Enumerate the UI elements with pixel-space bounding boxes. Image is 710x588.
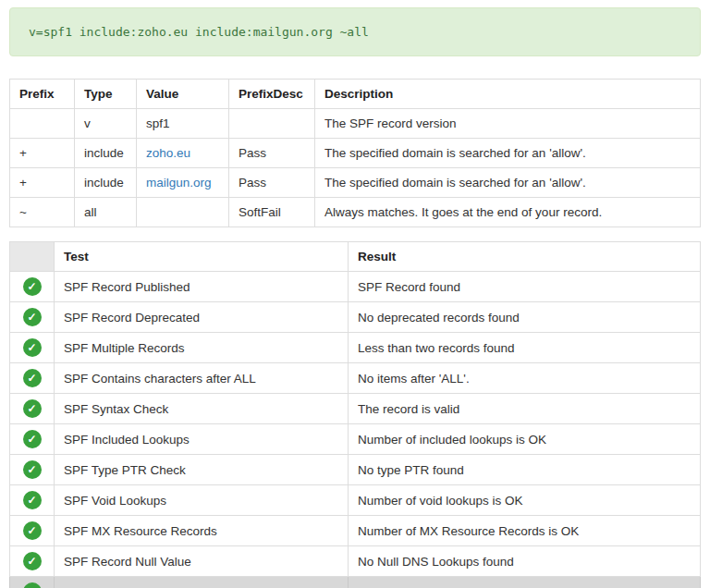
type-cell: include [75, 139, 137, 168]
test-result-cell: No items after 'ALL'. [349, 363, 701, 394]
check-icon: ✓ [23, 491, 42, 509]
spf-table-row: +includezoho.euPassThe specified domain … [10, 139, 701, 168]
check-icon: ✓ [23, 430, 42, 448]
check-icon: ✓ [23, 338, 42, 357]
test-name-cell: SPF Record Null Value [55, 546, 349, 577]
status-cell: ✓ [10, 302, 55, 333]
col-header-prefix: Prefix [10, 80, 75, 109]
spf-table-row: vspf1The SPF record version [10, 109, 701, 139]
col-header-result: Result [349, 242, 701, 272]
test-result-cell: No type PTR found [349, 455, 701, 485]
prefix-cell: + [10, 139, 75, 168]
col-header-type: Type [75, 80, 137, 109]
type-cell: include [75, 168, 137, 198]
spf-table-body: vspf1The SPF record version+includezoho.… [10, 109, 701, 227]
status-cell: ✓ [10, 333, 55, 363]
spf-record-table: Prefix Type Value PrefixDesc Description… [9, 79, 701, 227]
test-name-cell [55, 577, 349, 588]
status-cell: ✓ [10, 516, 55, 546]
test-result-cell: SPF Record found [349, 272, 701, 302]
test-name-cell: SPF Included Lookups [55, 424, 349, 455]
test-result-cell: No deprecated records found [349, 302, 701, 333]
status-cell: ✓ [10, 546, 55, 577]
test-result-cell: The record is valid [349, 394, 701, 424]
type-cell: v [75, 109, 137, 139]
test-result-cell: No Null DNS Lookups found [349, 546, 701, 577]
test-table-row: ✓SPF Included LookupsNumber of included … [10, 424, 701, 455]
test-table-row: ✓SPF Record DeprecatedNo deprecated reco… [10, 302, 701, 333]
check-icon: ✓ [23, 521, 42, 540]
test-table-row: ✓SPF Record Null ValueNo Null DNS Lookup… [10, 546, 701, 577]
test-table-row-partial: ✓ [10, 577, 701, 588]
test-table-row: ✓SPF Type PTR CheckNo type PTR found [10, 455, 701, 485]
value-cell: mailgun.org [137, 168, 229, 198]
prefixdesc-cell: Pass [229, 139, 315, 168]
spf-check-page: v=spf1 include:zoho.eu include:mailgun.o… [0, 0, 710, 588]
prefix-cell: + [10, 168, 75, 198]
check-icon: ✓ [23, 277, 42, 296]
domain-link[interactable]: mailgun.org [146, 176, 212, 190]
value-cell: spf1 [137, 109, 229, 139]
test-result-cell: Less than two records found [349, 333, 701, 363]
prefixdesc-cell: Pass [229, 168, 315, 198]
test-name-cell: SPF Record Deprecated [55, 302, 349, 333]
prefixdesc-cell: SoftFail [229, 198, 315, 227]
test-name-cell: SPF Type PTR Check [55, 455, 349, 485]
check-icon: ✓ [23, 460, 42, 479]
test-table-row: ✓SPF Record PublishedSPF Record found [10, 272, 701, 302]
value-cell: zoho.eu [137, 139, 229, 168]
test-table-row: ✓SPF Void LookupsNumber of void lookups … [10, 485, 701, 516]
test-table-row: ✓SPF MX Resource RecordsNumber of MX Res… [10, 516, 701, 546]
spf-record-text: v=spf1 include:zoho.eu include:mailgun.o… [29, 25, 369, 39]
spf-table-header-row: Prefix Type Value PrefixDesc Description [10, 80, 701, 109]
spf-table-row: +includemailgun.orgPassThe specified dom… [10, 168, 701, 198]
check-icon: ✓ [23, 552, 42, 570]
type-cell: all [75, 198, 137, 227]
test-table-row: ✓SPF Multiple RecordsLess than two recor… [10, 333, 701, 363]
status-cell: ✓ [10, 394, 55, 424]
prefix-cell [10, 109, 75, 139]
spf-record-box: v=spf1 include:zoho.eu include:mailgun.o… [9, 7, 701, 56]
status-cell: ✓ [10, 363, 55, 394]
check-icon: ✓ [23, 399, 42, 418]
description-cell: The specified domain is searched for an … [315, 168, 701, 198]
domain-link[interactable]: zoho.eu [146, 146, 190, 160]
test-table-body: ✓SPF Record PublishedSPF Record found✓SP… [10, 272, 701, 588]
test-name-cell: SPF Syntax Check [55, 394, 349, 424]
check-icon: ✓ [23, 369, 42, 387]
test-name-cell: SPF MX Resource Records [55, 516, 349, 546]
status-cell: ✓ [10, 485, 55, 516]
description-cell: Always matches. It goes at the end of yo… [315, 198, 701, 227]
col-header-value: Value [137, 80, 229, 109]
col-header-test: Test [55, 242, 349, 272]
test-name-cell: SPF Record Published [55, 272, 349, 302]
spf-table-row: ~allSoftFailAlways matches. It goes at t… [10, 198, 701, 227]
prefixdesc-cell [229, 109, 315, 139]
test-result-cell: Number of MX Resource Records is OK [349, 516, 701, 546]
check-icon: ✓ [23, 582, 42, 588]
status-cell: ✓ [10, 424, 55, 455]
status-cell: ✓ [10, 272, 55, 302]
test-name-cell: SPF Multiple Records [55, 333, 349, 363]
value-cell [137, 198, 229, 227]
spf-test-table: Test Result ✓SPF Record PublishedSPF Rec… [9, 241, 701, 588]
description-cell: The SPF record version [315, 109, 701, 139]
col-header-status [10, 242, 55, 272]
status-cell: ✓ [10, 455, 55, 485]
col-header-description: Description [315, 80, 701, 109]
test-name-cell: SPF Void Lookups [55, 485, 349, 516]
test-table-header-row: Test Result [10, 242, 701, 272]
check-icon: ✓ [23, 308, 42, 326]
status-cell: ✓ [10, 577, 55, 588]
test-result-cell: Number of included lookups is OK [349, 424, 701, 455]
test-table-row: ✓SPF Contains characters after ALLNo ite… [10, 363, 701, 394]
test-name-cell: SPF Contains characters after ALL [55, 363, 349, 394]
test-result-cell [349, 577, 701, 588]
description-cell: The specified domain is searched for an … [315, 139, 701, 168]
test-result-cell: Number of void lookups is OK [349, 485, 701, 516]
test-table-row: ✓SPF Syntax CheckThe record is valid [10, 394, 701, 424]
prefix-cell: ~ [10, 198, 75, 227]
col-header-prefixdesc: PrefixDesc [229, 80, 315, 109]
